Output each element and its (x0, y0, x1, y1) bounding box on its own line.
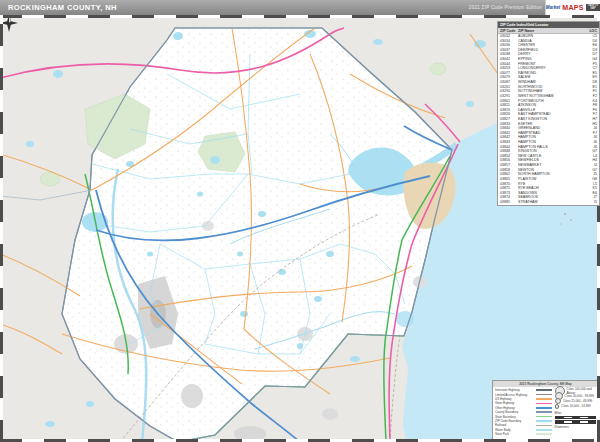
city-symbol-icon (555, 404, 560, 409)
legend-city-entry: Cities 10,000 - 24,999 (555, 404, 596, 409)
legend-line-swatch (536, 416, 552, 418)
zip-index-table: ZIP Code Index/Grid Locator ZIP Code ZIP… (497, 21, 600, 206)
legend: 2021 Rockingham County, NH Map Interstat… (492, 380, 599, 441)
legend-lines: Interstate Highway Limited Access Highwa… (495, 388, 552, 436)
publisher-logo: Market MAPS SAMPLE MAP (545, 0, 600, 15)
map-title: ROCKINGHAM COUNTY, NH (8, 3, 117, 12)
scale-miles-label: Miles (555, 411, 596, 415)
legend-line-swatch (536, 394, 552, 396)
logo-brand-top: Market (546, 5, 561, 10)
map-poster: { "header": { "title": "ROCKINGHAM COUNT… (0, 0, 600, 442)
header-bar: ROCKINGHAM COUNTY, NH 2021 ZIP Code Prem… (0, 0, 600, 15)
scale-km-label: Kilometers (555, 425, 596, 429)
legend-line-swatch (536, 420, 552, 422)
scale-bar-km (555, 420, 596, 424)
legend-city-entry: Cities 50,000 - 99,999 (555, 393, 596, 398)
legend-cities: Cities 100,000 and Above Cities 50,000 -… (555, 388, 596, 436)
scale-bar-miles (555, 416, 596, 420)
logo-brand-main: MAPS (562, 4, 583, 11)
legend-line-swatch (536, 425, 552, 427)
edition-label: 2021 ZIP Code Premium Edition (469, 5, 542, 10)
legend-line-swatch (536, 389, 552, 391)
legend-line-swatch (536, 407, 552, 409)
scale-bars: Miles Kilometers (555, 411, 596, 429)
legend-line-swatch (536, 403, 552, 405)
neatline-top (0, 15, 600, 18)
legend-line-swatch (536, 433, 552, 435)
legend-line-swatch (536, 429, 552, 431)
table-row: 03885 STRATHAM I5 (498, 200, 599, 205)
sample-badge: SAMPLE MAP (586, 4, 600, 12)
legend-line-swatch (536, 398, 552, 400)
legend-line-entry: State Park (495, 432, 552, 436)
neatline-left (0, 15, 3, 442)
legend-line-swatch (536, 411, 552, 413)
